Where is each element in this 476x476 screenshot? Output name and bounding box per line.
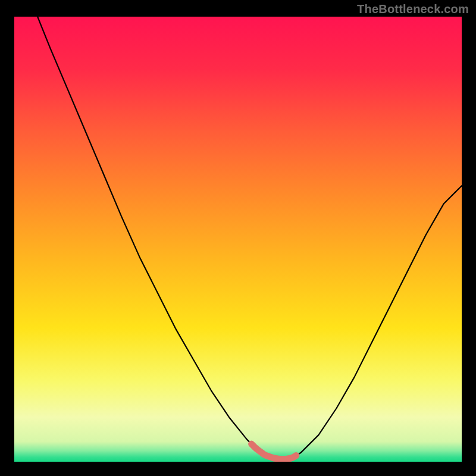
gradient-fill [14,17,462,462]
plot-area [14,17,462,462]
chart-svg [14,17,462,462]
site-watermark: TheBottleneck.com [357,2,469,16]
chart-stage: TheBottleneck.com [0,0,476,476]
